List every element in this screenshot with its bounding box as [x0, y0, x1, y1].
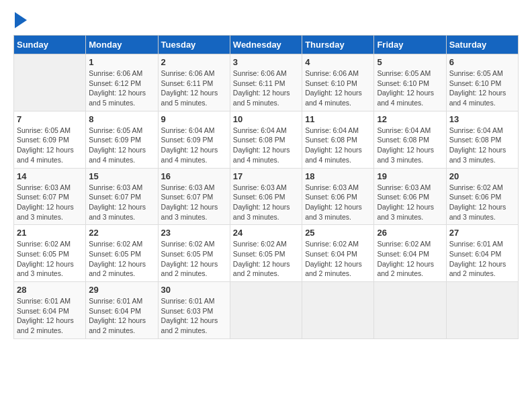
- calendar-week-4: 21Sunrise: 6:02 AM Sunset: 6:05 PM Dayli…: [14, 225, 519, 282]
- calendar-cell: [230, 282, 302, 339]
- day-info: Sunrise: 6:01 AM Sunset: 6:04 PM Dayligh…: [17, 296, 83, 336]
- day-info: Sunrise: 6:02 AM Sunset: 6:04 PM Dayligh…: [377, 239, 443, 279]
- day-info: Sunrise: 6:05 AM Sunset: 6:10 PM Dayligh…: [377, 68, 443, 108]
- calendar-cell: 5Sunrise: 6:05 AM Sunset: 6:10 PM Daylig…: [374, 54, 446, 111]
- day-number: 18: [305, 171, 371, 181]
- calendar-cell: [302, 282, 374, 339]
- day-info: Sunrise: 6:05 AM Sunset: 6:10 PM Dayligh…: [449, 68, 515, 108]
- calendar-cell: 4Sunrise: 6:06 AM Sunset: 6:10 PM Daylig…: [302, 54, 374, 111]
- day-info: Sunrise: 6:04 AM Sunset: 6:09 PM Dayligh…: [161, 126, 227, 165]
- day-info: Sunrise: 6:03 AM Sunset: 6:06 PM Dayligh…: [377, 183, 443, 222]
- calendar-cell: 29Sunrise: 6:01 AM Sunset: 6:04 PM Dayli…: [86, 282, 158, 339]
- day-number: 28: [17, 285, 83, 295]
- day-info: Sunrise: 6:02 AM Sunset: 6:05 PM Dayligh…: [161, 239, 227, 279]
- day-number: 20: [449, 171, 515, 181]
- logo: [13, 13, 27, 28]
- day-number: 12: [377, 114, 443, 124]
- day-number: 24: [233, 228, 299, 238]
- day-number: 17: [233, 171, 299, 181]
- day-info: Sunrise: 6:03 AM Sunset: 6:07 PM Dayligh…: [161, 183, 227, 222]
- day-number: 6: [449, 57, 515, 67]
- calendar-cell: 16Sunrise: 6:03 AM Sunset: 6:07 PM Dayli…: [158, 168, 230, 225]
- day-number: 23: [161, 228, 227, 238]
- day-number: 11: [305, 114, 371, 124]
- calendar-cell: 18Sunrise: 6:03 AM Sunset: 6:06 PM Dayli…: [302, 168, 374, 225]
- calendar-cell: 26Sunrise: 6:02 AM Sunset: 6:04 PM Dayli…: [374, 225, 446, 282]
- calendar-cell: 12Sunrise: 6:04 AM Sunset: 6:08 PM Dayli…: [374, 111, 446, 168]
- day-number: 4: [305, 57, 371, 67]
- header-tuesday: Tuesday: [158, 36, 230, 54]
- day-info: Sunrise: 6:03 AM Sunset: 6:07 PM Dayligh…: [89, 183, 154, 222]
- day-info: Sunrise: 6:03 AM Sunset: 6:07 PM Dayligh…: [17, 183, 83, 222]
- calendar-cell: 14Sunrise: 6:03 AM Sunset: 6:07 PM Dayli…: [14, 168, 86, 225]
- day-number: 9: [161, 114, 227, 124]
- day-info: Sunrise: 6:02 AM Sunset: 6:05 PM Dayligh…: [17, 239, 83, 279]
- day-info: Sunrise: 6:02 AM Sunset: 6:05 PM Dayligh…: [233, 239, 299, 279]
- day-number: 3: [233, 57, 299, 67]
- day-info: Sunrise: 6:04 AM Sunset: 6:08 PM Dayligh…: [305, 126, 371, 165]
- calendar-cell: 7Sunrise: 6:05 AM Sunset: 6:09 PM Daylig…: [14, 111, 86, 168]
- header-friday: Friday: [374, 36, 446, 54]
- logo-arrow-icon: [15, 12, 27, 28]
- calendar-cell: [446, 282, 518, 339]
- day-info: Sunrise: 6:06 AM Sunset: 6:11 PM Dayligh…: [161, 68, 227, 108]
- day-info: Sunrise: 6:01 AM Sunset: 6:04 PM Dayligh…: [449, 239, 515, 279]
- day-info: Sunrise: 6:02 AM Sunset: 6:05 PM Dayligh…: [89, 239, 154, 279]
- day-info: Sunrise: 6:05 AM Sunset: 6:09 PM Dayligh…: [89, 126, 154, 165]
- page-header: [13, 13, 519, 28]
- calendar-cell: 8Sunrise: 6:05 AM Sunset: 6:09 PM Daylig…: [86, 111, 158, 168]
- calendar-cell: 17Sunrise: 6:03 AM Sunset: 6:06 PM Dayli…: [230, 168, 302, 225]
- calendar-cell: 23Sunrise: 6:02 AM Sunset: 6:05 PM Dayli…: [158, 225, 230, 282]
- day-info: Sunrise: 6:04 AM Sunset: 6:08 PM Dayligh…: [377, 126, 443, 165]
- calendar-cell: 19Sunrise: 6:03 AM Sunset: 6:06 PM Dayli…: [374, 168, 446, 225]
- day-info: Sunrise: 6:05 AM Sunset: 6:09 PM Dayligh…: [17, 126, 83, 165]
- calendar-cell: 27Sunrise: 6:01 AM Sunset: 6:04 PM Dayli…: [446, 225, 518, 282]
- calendar-cell: 20Sunrise: 6:02 AM Sunset: 6:06 PM Dayli…: [446, 168, 518, 225]
- day-info: Sunrise: 6:06 AM Sunset: 6:12 PM Dayligh…: [89, 68, 154, 108]
- header-monday: Monday: [86, 36, 158, 54]
- calendar-week-3: 14Sunrise: 6:03 AM Sunset: 6:07 PM Dayli…: [14, 168, 519, 225]
- day-info: Sunrise: 6:06 AM Sunset: 6:11 PM Dayligh…: [233, 68, 299, 108]
- header-wednesday: Wednesday: [230, 36, 302, 54]
- calendar-cell: 21Sunrise: 6:02 AM Sunset: 6:05 PM Dayli…: [14, 225, 86, 282]
- day-number: 7: [17, 114, 83, 124]
- calendar-cell: 22Sunrise: 6:02 AM Sunset: 6:05 PM Dayli…: [86, 225, 158, 282]
- day-info: Sunrise: 6:04 AM Sunset: 6:08 PM Dayligh…: [449, 126, 515, 165]
- day-info: Sunrise: 6:01 AM Sunset: 6:03 PM Dayligh…: [161, 296, 227, 336]
- calendar-week-2: 7Sunrise: 6:05 AM Sunset: 6:09 PM Daylig…: [14, 111, 519, 168]
- calendar-cell: 15Sunrise: 6:03 AM Sunset: 6:07 PM Dayli…: [86, 168, 158, 225]
- day-info: Sunrise: 6:01 AM Sunset: 6:04 PM Dayligh…: [89, 296, 154, 336]
- calendar-table: SundayMondayTuesdayWednesdayThursdayFrid…: [13, 35, 519, 339]
- day-number: 21: [17, 228, 83, 238]
- header-sunday: Sunday: [14, 36, 86, 54]
- day-number: 14: [17, 171, 83, 181]
- calendar-week-5: 28Sunrise: 6:01 AM Sunset: 6:04 PM Dayli…: [14, 282, 519, 339]
- day-number: 27: [449, 228, 515, 238]
- day-number: 8: [89, 114, 154, 124]
- day-info: Sunrise: 6:03 AM Sunset: 6:06 PM Dayligh…: [305, 183, 371, 222]
- calendar-cell: [14, 54, 86, 111]
- header-thursday: Thursday: [302, 36, 374, 54]
- day-number: 25: [305, 228, 371, 238]
- day-number: 30: [161, 285, 227, 295]
- day-info: Sunrise: 6:04 AM Sunset: 6:08 PM Dayligh…: [233, 126, 299, 165]
- calendar-cell: 11Sunrise: 6:04 AM Sunset: 6:08 PM Dayli…: [302, 111, 374, 168]
- calendar-cell: 9Sunrise: 6:04 AM Sunset: 6:09 PM Daylig…: [158, 111, 230, 168]
- calendar-cell: 1Sunrise: 6:06 AM Sunset: 6:12 PM Daylig…: [86, 54, 158, 111]
- day-number: 1: [89, 57, 154, 67]
- day-info: Sunrise: 6:02 AM Sunset: 6:04 PM Dayligh…: [305, 239, 371, 279]
- calendar-cell: 10Sunrise: 6:04 AM Sunset: 6:08 PM Dayli…: [230, 111, 302, 168]
- calendar-cell: 6Sunrise: 6:05 AM Sunset: 6:10 PM Daylig…: [446, 54, 518, 111]
- day-number: 29: [89, 285, 154, 295]
- day-number: 22: [89, 228, 154, 238]
- day-number: 5: [377, 57, 443, 67]
- calendar-cell: 30Sunrise: 6:01 AM Sunset: 6:03 PM Dayli…: [158, 282, 230, 339]
- calendar-cell: 2Sunrise: 6:06 AM Sunset: 6:11 PM Daylig…: [158, 54, 230, 111]
- header-saturday: Saturday: [446, 36, 518, 54]
- calendar-cell: 3Sunrise: 6:06 AM Sunset: 6:11 PM Daylig…: [230, 54, 302, 111]
- calendar-cell: 25Sunrise: 6:02 AM Sunset: 6:04 PM Dayli…: [302, 225, 374, 282]
- day-number: 10: [233, 114, 299, 124]
- calendar-cell: [374, 282, 446, 339]
- day-number: 19: [377, 171, 443, 181]
- calendar-cell: 24Sunrise: 6:02 AM Sunset: 6:05 PM Dayli…: [230, 225, 302, 282]
